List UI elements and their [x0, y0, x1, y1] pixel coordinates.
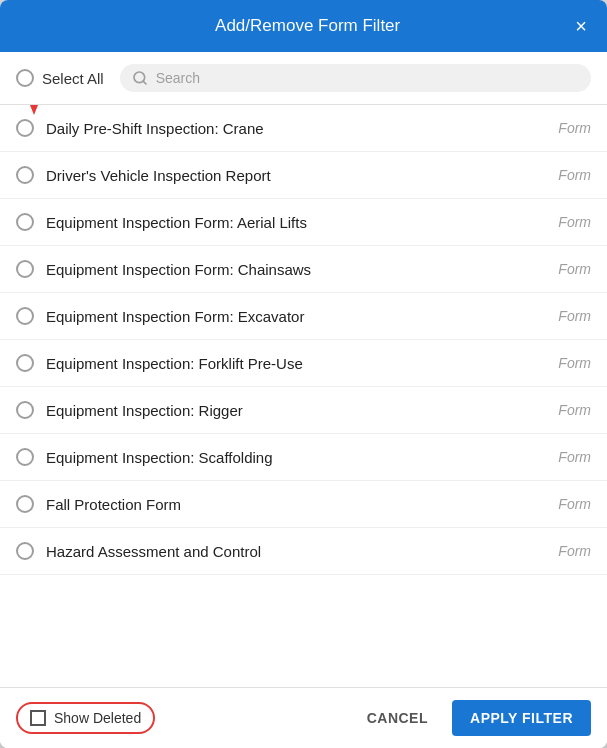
list-item[interactable]: Driver's Vehicle Inspection ReportForm — [0, 152, 607, 199]
item-type: Form — [558, 355, 591, 371]
show-deleted-checkbox[interactable] — [30, 710, 46, 726]
modal-title: Add/Remove Form Filter — [44, 16, 571, 36]
list-item[interactable]: Equipment Inspection: Forklift Pre-UseFo… — [0, 340, 607, 387]
show-deleted-label: Show Deleted — [54, 710, 141, 726]
item-radio[interactable] — [16, 213, 34, 231]
list-item[interactable]: Hazard Assessment and ControlForm — [0, 528, 607, 575]
item-name: Driver's Vehicle Inspection Report — [46, 167, 550, 184]
item-name: Equipment Inspection: Scaffolding — [46, 449, 550, 466]
item-type: Form — [558, 261, 591, 277]
item-radio[interactable] — [16, 260, 34, 278]
item-radio[interactable] — [16, 166, 34, 184]
modal-dialog: Add/Remove Form Filter × Select All Dail… — [0, 0, 607, 748]
item-radio[interactable] — [16, 354, 34, 372]
item-name: Daily Pre-Shift Inspection: Crane — [46, 120, 550, 137]
select-all-area[interactable]: Select All — [16, 69, 104, 87]
select-all-label: Select All — [42, 70, 104, 87]
list-item[interactable]: Daily Pre-Shift Inspection: CraneForm — [0, 105, 607, 152]
show-deleted-area[interactable]: Show Deleted — [16, 702, 155, 734]
item-type: Form — [558, 402, 591, 418]
item-name: Equipment Inspection: Forklift Pre-Use — [46, 355, 550, 372]
list-item[interactable]: Equipment Inspection Form: ChainsawsForm — [0, 246, 607, 293]
apply-filter-button[interactable]: APPLY FILTER — [452, 700, 591, 736]
modal-footer: Show Deleted CANCEL APPLY FILTER — [0, 688, 607, 748]
footer-actions: CANCEL APPLY FILTER — [355, 700, 591, 736]
cancel-button[interactable]: CANCEL — [355, 702, 440, 734]
close-button[interactable]: × — [571, 14, 591, 38]
item-radio[interactable] — [16, 495, 34, 513]
item-type: Form — [558, 308, 591, 324]
item-type: Form — [558, 214, 591, 230]
item-name: Equipment Inspection Form: Aerial Lifts — [46, 214, 550, 231]
list-item[interactable]: Equipment Inspection: ScaffoldingForm — [0, 434, 607, 481]
search-icon — [132, 70, 148, 86]
item-name: Equipment Inspection Form: Excavator — [46, 308, 550, 325]
list-item[interactable]: Fall Protection FormForm — [0, 481, 607, 528]
list-item[interactable]: Equipment Inspection Form: ExcavatorForm — [0, 293, 607, 340]
item-radio[interactable] — [16, 448, 34, 466]
item-type: Form — [558, 120, 591, 136]
item-type: Form — [558, 167, 591, 183]
list-item[interactable]: Equipment Inspection: RiggerForm — [0, 387, 607, 434]
list-item[interactable]: Equipment Inspection Form: Aerial LiftsF… — [0, 199, 607, 246]
modal-header: Add/Remove Form Filter × — [0, 0, 607, 52]
search-wrapper — [120, 64, 591, 92]
svg-line-1 — [143, 81, 146, 84]
search-input[interactable] — [156, 70, 579, 86]
form-list: Daily Pre-Shift Inspection: CraneForm Dr… — [0, 105, 607, 688]
item-name: Equipment Inspection: Rigger — [46, 402, 550, 419]
item-radio[interactable] — [16, 307, 34, 325]
item-name: Hazard Assessment and Control — [46, 543, 550, 560]
item-name: Fall Protection Form — [46, 496, 550, 513]
select-all-radio[interactable] — [16, 69, 34, 87]
item-type: Form — [558, 496, 591, 512]
item-type: Form — [558, 543, 591, 559]
red-arrow-annotation — [14, 105, 74, 117]
item-type: Form — [558, 449, 591, 465]
svg-marker-2 — [30, 105, 38, 115]
item-radio[interactable] — [16, 401, 34, 419]
search-bar: Select All — [0, 52, 607, 105]
item-radio[interactable] — [16, 119, 34, 137]
item-radio[interactable] — [16, 542, 34, 560]
item-name: Equipment Inspection Form: Chainsaws — [46, 261, 550, 278]
